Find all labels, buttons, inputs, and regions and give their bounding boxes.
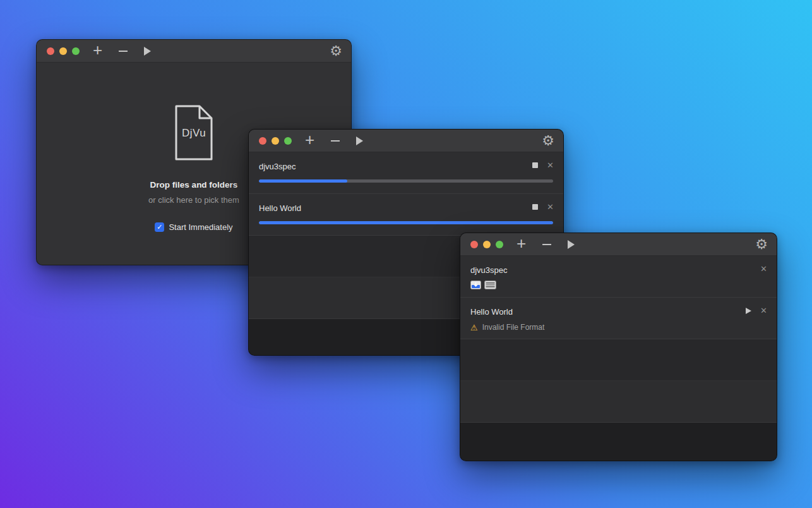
traffic-lights xyxy=(259,137,292,145)
traffic-lights xyxy=(470,241,503,248)
check-icon: ✓ xyxy=(157,224,162,231)
traffic-lights xyxy=(47,47,80,55)
start-all-icon[interactable] xyxy=(356,136,363,145)
stop-icon[interactable] xyxy=(532,204,538,210)
doc-icon-label: DjVu xyxy=(171,127,217,140)
status-text: Invalid File Format xyxy=(482,323,545,332)
start-immediately-label: Start Immediately xyxy=(169,222,232,232)
close-icon[interactable]: ✕ xyxy=(760,306,767,315)
output-files xyxy=(470,281,767,289)
minimize-traffic-light[interactable] xyxy=(272,137,279,145)
close-traffic-light[interactable] xyxy=(259,137,266,145)
close-icon[interactable]: ✕ xyxy=(760,265,767,273)
conversion-row[interactable]: Hello World ✕ xyxy=(249,194,563,236)
list-background xyxy=(460,423,777,461)
remove-icon[interactable] xyxy=(331,140,340,142)
minus-icon xyxy=(331,140,340,142)
progress-fill xyxy=(259,221,553,224)
close-icon[interactable]: ✕ xyxy=(547,203,554,211)
remove-icon[interactable] xyxy=(542,244,551,245)
drop-subtitle-link[interactable]: or click here to pick them xyxy=(148,195,239,205)
empty-row xyxy=(460,381,777,423)
result-row[interactable]: Hello World ✕ ⚠ Invalid File Format xyxy=(460,298,777,339)
play-icon xyxy=(144,47,151,56)
zoom-traffic-light[interactable] xyxy=(284,137,292,145)
start-all-icon[interactable] xyxy=(144,47,151,56)
close-icon[interactable]: ✕ xyxy=(547,161,554,169)
titlebar: + ⚙ xyxy=(37,40,351,63)
close-traffic-light[interactable] xyxy=(470,241,478,248)
start-immediately-checkbox[interactable]: ✓ xyxy=(155,222,164,232)
minimize-traffic-light[interactable] xyxy=(59,47,67,55)
zoom-traffic-light[interactable] xyxy=(72,47,80,55)
output-file-icon-1[interactable] xyxy=(470,281,481,289)
play-icon xyxy=(356,136,363,145)
minus-icon xyxy=(542,244,551,245)
row-title: djvu3spec xyxy=(259,162,296,171)
settings-gear-icon[interactable]: ⚙ xyxy=(755,238,768,251)
window-results-list: + ⚙ djvu3spec ✕ xyxy=(460,233,777,461)
warning-icon: ⚠ xyxy=(470,324,478,332)
output-file-icon-2[interactable] xyxy=(484,281,496,289)
progress-fill xyxy=(259,179,347,183)
remove-icon[interactable] xyxy=(119,51,128,52)
progress-bar xyxy=(259,221,553,224)
add-files-icon[interactable]: + xyxy=(305,131,314,150)
desktop-background: + ⚙ DjVu Drop files and folders or click… xyxy=(0,0,812,508)
conversion-row[interactable]: djvu3spec ✕ xyxy=(249,152,563,194)
play-icon xyxy=(568,240,575,249)
minimize-traffic-light[interactable] xyxy=(483,241,491,248)
row-title: Hello World xyxy=(470,307,513,317)
close-traffic-light[interactable] xyxy=(47,47,54,55)
settings-gear-icon[interactable]: ⚙ xyxy=(542,134,554,148)
add-files-icon[interactable]: + xyxy=(516,235,526,253)
minus-icon xyxy=(119,51,128,52)
stop-icon[interactable] xyxy=(532,162,538,168)
row-title: Hello World xyxy=(259,203,301,213)
start-all-icon[interactable] xyxy=(568,240,575,249)
results-list: djvu3spec ✕ xyxy=(460,256,777,461)
add-files-icon[interactable]: + xyxy=(93,42,102,60)
titlebar: + ⚙ xyxy=(249,130,563,152)
result-row[interactable]: djvu3spec ✕ xyxy=(460,256,777,298)
error-status: ⚠ Invalid File Format xyxy=(470,323,767,332)
progress-bar xyxy=(259,179,553,183)
settings-gear-icon[interactable]: ⚙ xyxy=(330,44,342,58)
titlebar: + ⚙ xyxy=(460,233,777,256)
retry-play-icon[interactable] xyxy=(746,308,751,314)
drop-title: Drop files and folders xyxy=(150,180,238,190)
zoom-traffic-light[interactable] xyxy=(496,241,503,248)
empty-row xyxy=(460,339,777,381)
row-title: djvu3spec xyxy=(470,265,508,275)
start-immediately-row[interactable]: ✓ Start Immediately xyxy=(155,222,232,232)
djvu-document-icon: DjVu xyxy=(171,104,217,161)
